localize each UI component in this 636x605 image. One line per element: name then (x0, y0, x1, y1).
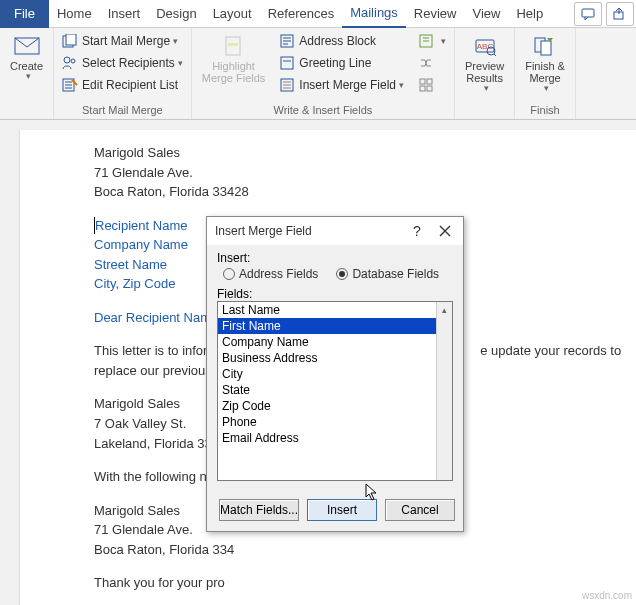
address-block-label: Address Block (299, 34, 376, 48)
chevron-down-icon: ▾ (544, 84, 549, 94)
match-fields-button[interactable] (414, 52, 450, 74)
radio-database-fields[interactable]: Database Fields (336, 267, 439, 281)
tab-references[interactable]: References (260, 0, 342, 28)
insert-merge-field-button[interactable]: Insert Merge Field▾ (275, 74, 408, 96)
group-preview: ABC Preview Results ▾ (455, 28, 515, 119)
list-item[interactable]: City (218, 366, 452, 382)
tab-home[interactable]: Home (49, 0, 100, 28)
greeting-line-button[interactable]: Greeting Line (275, 52, 408, 74)
rules-button[interactable]: ▾ (414, 30, 450, 52)
svg-point-6 (71, 59, 75, 63)
envelope-icon (13, 34, 41, 58)
svg-rect-15 (427, 79, 432, 84)
group-preview-label (459, 102, 510, 119)
edit-list-icon (62, 77, 78, 93)
tab-design[interactable]: Design (148, 0, 204, 28)
dialog-title: Insert Merge Field (215, 224, 403, 238)
scroll-up-icon[interactable]: ▴ (437, 302, 452, 318)
sender-addr2: Boca Raton, Florida 33428 (94, 183, 636, 201)
svg-rect-9 (228, 43, 238, 46)
recipients-icon (62, 55, 78, 71)
share-icon[interactable] (606, 2, 634, 26)
list-item[interactable]: Email Address (218, 430, 452, 446)
insert-label: Insert: (217, 251, 453, 265)
match-icon (418, 55, 434, 71)
insert-button[interactable]: Insert (307, 499, 377, 521)
watermark: wsxdn.com (582, 590, 632, 601)
list-item[interactable]: Zip Code (218, 398, 452, 414)
update-labels-button[interactable] (414, 74, 450, 96)
insert-merge-field-dialog: Insert Merge Field ? Insert: Address Fie… (206, 216, 464, 532)
svg-rect-14 (420, 79, 425, 84)
svg-rect-4 (66, 34, 76, 45)
svg-rect-11 (281, 57, 293, 69)
tab-view[interactable]: View (464, 0, 508, 28)
edit-recipient-list-button[interactable]: Edit Recipient List (58, 74, 187, 96)
sender-name: Marigold Sales (94, 144, 636, 162)
preview-results-label: Preview Results (465, 60, 504, 84)
fields-listbox[interactable]: Last Name First Name Company Name Busine… (217, 301, 453, 481)
greeting-line-label: Greeting Line (299, 56, 371, 70)
highlight-merge-fields-button: Highlight Merge Fields (196, 30, 272, 84)
greeting-icon (279, 55, 295, 71)
create-envelopes-button[interactable]: Create ▾ (4, 30, 49, 82)
dialog-help-button[interactable]: ? (403, 221, 431, 241)
radio-address-label: Address Fields (239, 267, 318, 281)
update-icon (418, 77, 434, 93)
svg-rect-0 (582, 9, 594, 17)
svg-rect-22 (541, 41, 551, 55)
finish-icon (531, 34, 559, 58)
fields-label: Fields: (217, 287, 453, 301)
insert-merge-field-label: Insert Merge Field (299, 78, 396, 92)
finish-merge-label: Finish & Merge (525, 60, 565, 84)
highlight-label: Highlight Merge Fields (202, 60, 266, 84)
select-recipients-label: Select Recipients (82, 56, 175, 70)
group-create-label (4, 102, 49, 119)
page-gutter (0, 130, 20, 605)
dialog-titlebar[interactable]: Insert Merge Field ? (207, 217, 463, 245)
tab-help[interactable]: Help (508, 0, 551, 28)
group-finish-label: Finish (519, 102, 571, 119)
group-start-mail-merge: Start Mail Merge▾ Select Recipients▾ Edi… (54, 28, 192, 119)
tab-layout[interactable]: Layout (205, 0, 260, 28)
finish-merge-button[interactable]: Finish & Merge ▾ (519, 30, 571, 94)
close-icon (439, 225, 451, 237)
tab-review[interactable]: Review (406, 0, 465, 28)
dialog-close-button[interactable] (431, 221, 459, 241)
list-item[interactable]: First Name (218, 318, 452, 334)
svg-rect-17 (427, 86, 432, 91)
list-item[interactable]: Business Address (218, 350, 452, 366)
cancel-button[interactable]: Cancel (385, 499, 455, 521)
group-start-label: Start Mail Merge (58, 102, 187, 119)
start-mail-merge-button[interactable]: Start Mail Merge▾ (58, 30, 187, 52)
edit-recipient-list-label: Edit Recipient List (82, 78, 178, 92)
svg-rect-16 (420, 86, 425, 91)
merge-field-icon (279, 77, 295, 93)
address-block-icon (279, 33, 295, 49)
radio-address-fields[interactable]: Address Fields (223, 267, 318, 281)
highlight-icon (220, 34, 248, 58)
listbox-scrollbar[interactable]: ▴ (436, 302, 452, 480)
comments-icon[interactable] (574, 2, 602, 26)
sender-addr1: 71 Glendale Ave. (94, 164, 636, 182)
list-item[interactable]: Phone (218, 414, 452, 430)
svg-point-5 (64, 57, 70, 63)
match-fields-button[interactable]: Match Fields... (219, 499, 299, 521)
select-recipients-button[interactable]: Select Recipients▾ (58, 52, 187, 74)
group-write-insert: Highlight Merge Fields Address Block Gre… (192, 28, 455, 119)
tab-mailings[interactable]: Mailings (342, 0, 406, 28)
group-create: Create ▾ (0, 28, 54, 119)
list-item[interactable]: Company Name (218, 334, 452, 350)
tab-file[interactable]: File (0, 0, 49, 28)
preview-results-button[interactable]: ABC Preview Results ▾ (459, 30, 510, 94)
tab-strip: File Home Insert Design Layout Reference… (0, 0, 636, 28)
group-finish: Finish & Merge ▾ Finish (515, 28, 576, 119)
address-block-button[interactable]: Address Block (275, 30, 408, 52)
chevron-down-icon: ▾ (484, 84, 489, 94)
rules-icon (418, 33, 434, 49)
list-item[interactable]: Last Name (218, 302, 452, 318)
list-item[interactable]: State (218, 382, 452, 398)
mailmerge-icon (62, 33, 78, 49)
new-addr2: Boca Raton, Florida 334 (94, 541, 636, 559)
tab-insert[interactable]: Insert (100, 0, 149, 28)
